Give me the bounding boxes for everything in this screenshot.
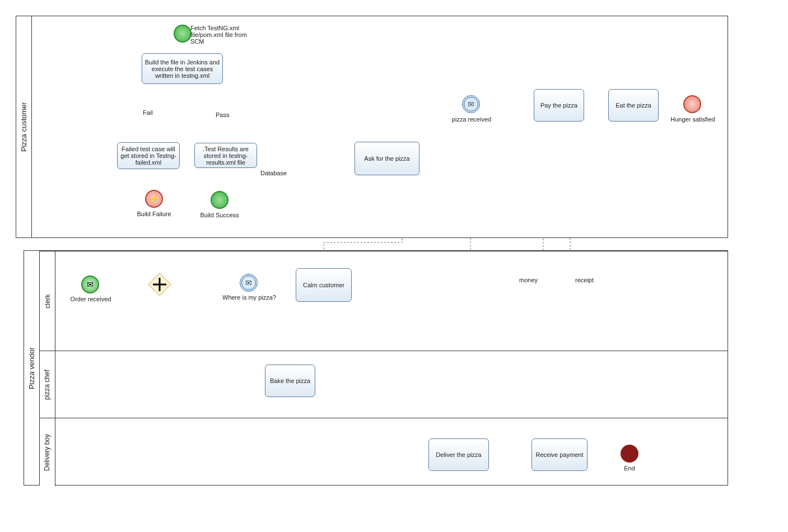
build-failure-label: Build Failure (120, 211, 188, 217)
start-event-order-received[interactable]: ✉ (81, 276, 99, 293)
end-event-hunger[interactable] (683, 95, 701, 113)
task-deliver-pizza[interactable]: Deliver the pizza (428, 438, 489, 471)
start-event-label: Fetch TestNG.xml file/pom.xml file from … (190, 25, 258, 45)
pizza-received-label: pizza received (438, 116, 505, 123)
task-failed-tc[interactable]: Failed test case will get stored in Test… (117, 142, 180, 169)
pool-pizza-customer: Pizza customer (16, 16, 728, 238)
start-event[interactable] (174, 25, 192, 43)
gateway-parallel[interactable] (148, 273, 171, 296)
envelope-icon: ✉ (245, 278, 252, 287)
where-pizza-label: Where is my pizza? (216, 294, 283, 301)
lane-label-clerk: clerk (40, 251, 55, 351)
lane-label-delivery: Delivery boy (40, 418, 55, 486)
lane-label-chef: pizza chef (40, 351, 55, 418)
order-received-label: Order received (57, 296, 124, 302)
task-ask-pizza[interactable]: Ask for the pizza (355, 142, 419, 175)
lane-pizza-chef: pizza chef (40, 351, 728, 418)
edge-money: money (519, 277, 538, 283)
end-label: End (596, 465, 663, 472)
bolt-icon: ⚡ (148, 194, 160, 204)
edge-receipt: receipt (575, 277, 594, 283)
end-event-build-failure[interactable]: ⚡ (145, 190, 163, 208)
envelope-icon: ✉ (468, 100, 474, 109)
task-build-file[interactable]: Build the file in Jenkins and execute th… (142, 53, 223, 84)
envelope-icon: ✉ (87, 280, 94, 289)
task-results-stored[interactable]: .Test Results are stored in testng-resul… (194, 143, 257, 168)
task-calm-customer[interactable]: Calm customer (296, 268, 352, 302)
edge-database: Database (260, 170, 287, 176)
task-pay-pizza[interactable]: Pay the pizza (534, 89, 584, 122)
hunger-label: Hunger satisfied (659, 116, 726, 123)
event-where-pizza[interactable]: ✉ (240, 274, 258, 292)
edge-fail: Fail (143, 109, 153, 116)
pool-label-vendor: Pizza vendor (24, 251, 40, 485)
task-eat-pizza[interactable]: Eat the pizza (608, 89, 659, 122)
lane-clerk: clerk (40, 251, 728, 351)
build-success-label: Build Success (186, 212, 253, 218)
event-pizza-received[interactable]: ✉ (462, 95, 480, 113)
task-receive-payment[interactable]: Receive payment (531, 438, 587, 471)
end-event-build-success[interactable] (211, 191, 229, 209)
pool-label-customer: Pizza customer (16, 16, 32, 237)
task-bake-pizza[interactable]: Bake the pizza (265, 365, 315, 397)
edge-pass: Pass (216, 111, 229, 118)
end-event-terminate[interactable] (621, 445, 638, 463)
